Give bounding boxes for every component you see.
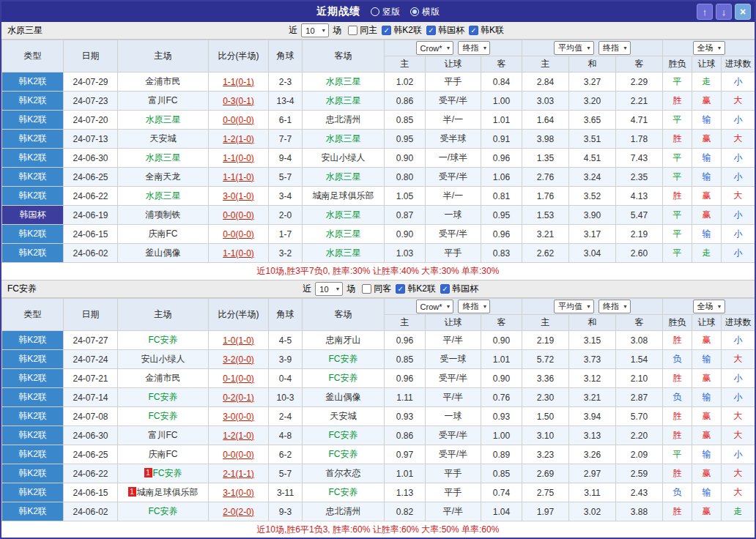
away-team-cell[interactable]: 忠南牙山: [303, 331, 385, 350]
home-team-cell[interactable]: 浦项制铁: [118, 206, 209, 225]
score-cell[interactable]: 0-1(0-0): [209, 369, 269, 388]
home-team-cell[interactable]: FC安养: [118, 388, 209, 407]
close-button[interactable]: ×: [735, 4, 751, 20]
score-cell[interactable]: 1-0(1-0): [209, 331, 269, 350]
eu-home-odds: 2.76: [522, 168, 569, 187]
score-cell[interactable]: 0-0(0-0): [209, 445, 269, 464]
match-row: 韩K2联24-06-22水原三星3-0(1-0)3-4城南足球俱乐部1.05半/…: [2, 187, 755, 206]
final-index-select[interactable]: 终指 ▼: [458, 300, 490, 313]
scroll-up-button[interactable]: ↑: [697, 4, 713, 20]
away-team-cell[interactable]: 首尔衣恋: [303, 464, 385, 483]
away-team-cell[interactable]: FC安养: [303, 483, 385, 502]
away-team-cell[interactable]: 釜山偶像: [303, 388, 385, 407]
col-ah-line: 让球: [426, 56, 481, 73]
scope-select[interactable]: 全场 ▼: [693, 41, 725, 55]
score-cell[interactable]: 1-1(0-0): [209, 244, 269, 263]
average-select[interactable]: 平均值 ▼: [554, 41, 594, 55]
home-team-cell[interactable]: 富川FC: [118, 92, 209, 111]
away-team-cell[interactable]: 水原三星: [303, 73, 385, 92]
final-index-select[interactable]: 终指 ▼: [598, 41, 631, 55]
away-team-cell[interactable]: FC安养: [303, 369, 385, 388]
away-team-cell[interactable]: 水原三星: [303, 225, 385, 244]
score-cell[interactable]: 0-0(0-0): [209, 111, 269, 130]
home-team-cell[interactable]: 庆南FC: [118, 225, 209, 244]
eu-away-odds: 2.19: [616, 225, 663, 244]
away-team-cell[interactable]: 城南足球俱乐部: [303, 187, 385, 206]
same-venue-checkbox[interactable]: 同主: [348, 24, 377, 37]
home-team-cell[interactable]: FC安养: [118, 407, 209, 426]
final-index-select[interactable]: 终指 ▼: [458, 41, 490, 55]
score-cell[interactable]: 0-0(0-0): [209, 225, 269, 244]
score-cell[interactable]: 1-1(1-0): [209, 168, 269, 187]
score-link: 1-0(1-0): [223, 335, 254, 346]
score-cell[interactable]: 3-0(0-0): [209, 407, 269, 426]
ah-away-odds: 0.90: [481, 331, 522, 350]
league-filter-checkbox[interactable]: ✓韩K联: [469, 24, 504, 37]
home-team-cell[interactable]: 全南天龙: [118, 168, 209, 187]
score-cell[interactable]: 0-2(0-1): [209, 388, 269, 407]
ah-home-odds: 0.96: [385, 369, 426, 388]
home-team-cell[interactable]: 安山小绿人: [118, 350, 209, 369]
score-cell[interactable]: 3-1(0-0): [209, 483, 269, 502]
home-team-cell[interactable]: 水原三星: [118, 149, 209, 168]
score-cell[interactable]: 1-2(1-0): [209, 426, 269, 445]
home-team-cell[interactable]: 釜山偶像: [118, 244, 209, 263]
away-team-cell[interactable]: FC安养: [303, 350, 385, 369]
ah-away-odds: 0.74: [481, 483, 522, 502]
scroll-down-button[interactable]: ↓: [716, 4, 732, 20]
bookmaker-select[interactable]: Crow* ▼: [416, 41, 454, 55]
result-handicap-cell: 输: [692, 445, 722, 464]
away-team-cell[interactable]: FC安养: [303, 445, 385, 464]
home-team-cell[interactable]: 富川FC: [118, 426, 209, 445]
score-cell[interactable]: 2-0(2-0): [209, 502, 269, 521]
home-team-cell[interactable]: 金浦市民: [118, 73, 209, 92]
away-team-cell[interactable]: 忠北清州: [303, 111, 385, 130]
score-cell[interactable]: 1-2(1-0): [209, 130, 269, 149]
home-team-cell[interactable]: 庆南FC: [118, 445, 209, 464]
league-filter-checkbox[interactable]: ✓韩国杯: [426, 24, 464, 37]
corner-cell: 2-4: [269, 407, 303, 426]
final-index-select[interactable]: 终指 ▼: [598, 300, 631, 313]
away-team-cell[interactable]: 忠北清州: [303, 502, 385, 521]
league-filter-checkbox[interactable]: ✓韩K2联: [382, 24, 422, 37]
score-cell[interactable]: 0-3(0-1): [209, 92, 269, 111]
away-team-cell[interactable]: 水原三星: [303, 206, 385, 225]
score-cell[interactable]: 2-1(1-1): [209, 464, 269, 483]
radio-vertical-layout[interactable]: 竖版: [371, 6, 400, 18]
away-team-cell[interactable]: FC安养: [303, 426, 385, 445]
home-team-cell[interactable]: 水原三星: [118, 111, 209, 130]
home-team-cell[interactable]: 天安城: [118, 130, 209, 149]
home-team-cell[interactable]: 水原三星: [118, 187, 209, 206]
ah-line: 半/一: [426, 111, 481, 130]
score-link: 2-0(2-0): [223, 507, 254, 517]
score-cell[interactable]: 3-0(1-0): [209, 187, 269, 206]
bookmaker-select[interactable]: Crow* ▼: [416, 300, 454, 313]
ah-home-odds: 0.90: [385, 225, 426, 244]
away-team-cell[interactable]: 水原三星: [303, 168, 385, 187]
league-filter-checkbox[interactable]: ✓韩K2联: [396, 283, 436, 295]
score-cell[interactable]: 1-1(0-1): [209, 73, 269, 92]
recent-count-select[interactable]: 10 ▼: [315, 282, 343, 296]
score-cell[interactable]: 3-2(0-0): [209, 350, 269, 369]
same-venue-checkbox[interactable]: 同客: [362, 283, 391, 295]
away-team-cell[interactable]: 水原三星: [303, 244, 385, 263]
away-team-cell[interactable]: 水原三星: [303, 130, 385, 149]
home-team-cell[interactable]: 1FC安养: [118, 464, 209, 483]
radio-horizontal-layout[interactable]: 横版: [410, 6, 440, 18]
away-team-cell[interactable]: 安山小绿人: [303, 149, 385, 168]
home-team-cell[interactable]: 金浦市民: [118, 369, 209, 388]
match-row: 韩K2联24-07-20水原三星0-0(0-0)6-1忠北清州0.85半/一1.…: [2, 111, 755, 130]
score-cell[interactable]: 0-0(0-0): [209, 206, 269, 225]
average-select[interactable]: 平均值 ▼: [554, 300, 594, 313]
score-cell[interactable]: 1-1(0-0): [209, 149, 269, 168]
away-team-cell[interactable]: 天安城: [303, 407, 385, 426]
home-team-cell[interactable]: 1城南足球俱乐部: [118, 483, 209, 502]
league-filter-checkbox[interactable]: ✓韩国杯: [440, 283, 478, 295]
away-team-cell[interactable]: 水原三星: [303, 92, 385, 111]
league-cell: 韩K2联: [2, 464, 64, 483]
home-team-cell[interactable]: FC安养: [118, 502, 209, 521]
scope-select[interactable]: 全场 ▼: [693, 300, 725, 313]
date-cell: 24-07-29: [64, 73, 118, 92]
home-team-cell[interactable]: FC安养: [118, 331, 209, 350]
recent-count-select[interactable]: 10 ▼: [301, 23, 329, 37]
